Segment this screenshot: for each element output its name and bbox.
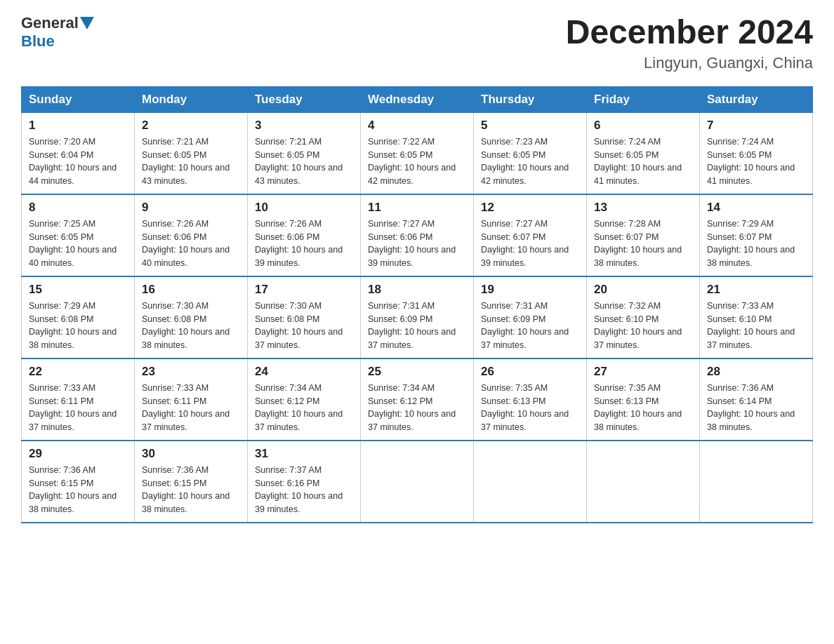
day-number: 19 — [481, 283, 579, 297]
logo-general: General — [21, 14, 79, 32]
day-number: 23 — [142, 365, 240, 379]
day-info: Sunrise: 7:27 AMSunset: 6:06 PMDaylight:… — [368, 217, 466, 270]
header-thursday: Thursday — [474, 86, 587, 112]
day-info: Sunrise: 7:36 AMSunset: 6:14 PMDaylight:… — [707, 382, 805, 434]
calendar-cell: 9Sunrise: 7:26 AMSunset: 6:06 PMDaylight… — [135, 194, 248, 276]
day-info: Sunrise: 7:26 AMSunset: 6:06 PMDaylight:… — [255, 217, 353, 270]
day-info: Sunrise: 7:29 AMSunset: 6:08 PMDaylight:… — [29, 300, 127, 352]
day-number: 20 — [594, 283, 692, 297]
calendar-cell: 2Sunrise: 7:21 AMSunset: 6:05 PMDaylight… — [135, 112, 248, 194]
day-info: Sunrise: 7:36 AMSunset: 6:15 PMDaylight:… — [142, 464, 240, 516]
calendar-cell: 3Sunrise: 7:21 AMSunset: 6:05 PMDaylight… — [248, 112, 361, 194]
month-title: December 2024 — [566, 14, 813, 51]
day-info: Sunrise: 7:21 AMSunset: 6:05 PMDaylight:… — [142, 135, 240, 188]
day-number: 1 — [29, 119, 127, 133]
week-row-5: 29Sunrise: 7:36 AMSunset: 6:15 PMDayligh… — [22, 441, 813, 523]
week-row-3: 15Sunrise: 7:29 AMSunset: 6:08 PMDayligh… — [22, 276, 813, 358]
day-info: Sunrise: 7:24 AMSunset: 6:05 PMDaylight:… — [594, 135, 692, 188]
day-info: Sunrise: 7:33 AMSunset: 6:10 PMDaylight:… — [707, 300, 805, 352]
week-row-2: 8Sunrise: 7:25 AMSunset: 6:05 PMDaylight… — [22, 194, 813, 276]
header-saturday: Saturday — [700, 86, 813, 112]
day-number: 2 — [142, 119, 240, 133]
day-number: 16 — [142, 283, 240, 297]
week-row-4: 22Sunrise: 7:33 AMSunset: 6:11 PMDayligh… — [22, 358, 813, 441]
calendar-cell: 22Sunrise: 7:33 AMSunset: 6:11 PMDayligh… — [22, 358, 135, 441]
calendar-cell: 13Sunrise: 7:28 AMSunset: 6:07 PMDayligh… — [587, 194, 700, 276]
calendar-cell — [587, 441, 700, 523]
day-number: 15 — [29, 283, 127, 297]
calendar-cell: 24Sunrise: 7:34 AMSunset: 6:12 PMDayligh… — [248, 358, 361, 441]
calendar-cell — [700, 441, 813, 523]
day-info: Sunrise: 7:29 AMSunset: 6:07 PMDaylight:… — [707, 217, 805, 270]
calendar-cell: 31Sunrise: 7:37 AMSunset: 6:16 PMDayligh… — [248, 441, 361, 523]
calendar-header-row: SundayMondayTuesdayWednesdayThursdayFrid… — [22, 86, 813, 112]
day-number: 3 — [255, 119, 353, 133]
calendar-cell: 23Sunrise: 7:33 AMSunset: 6:11 PMDayligh… — [135, 358, 248, 441]
calendar-cell: 14Sunrise: 7:29 AMSunset: 6:07 PMDayligh… — [700, 194, 813, 276]
calendar-cell: 8Sunrise: 7:25 AMSunset: 6:05 PMDaylight… — [22, 194, 135, 276]
day-number: 17 — [255, 283, 353, 297]
day-info: Sunrise: 7:37 AMSunset: 6:16 PMDaylight:… — [255, 464, 353, 516]
day-number: 18 — [368, 283, 466, 297]
day-info: Sunrise: 7:30 AMSunset: 6:08 PMDaylight:… — [142, 300, 240, 352]
day-info: Sunrise: 7:34 AMSunset: 6:12 PMDaylight:… — [368, 382, 466, 434]
calendar-cell: 19Sunrise: 7:31 AMSunset: 6:09 PMDayligh… — [474, 276, 587, 358]
day-number: 6 — [594, 119, 692, 133]
day-info: Sunrise: 7:33 AMSunset: 6:11 PMDaylight:… — [29, 382, 127, 434]
calendar-cell — [361, 441, 474, 523]
day-info: Sunrise: 7:31 AMSunset: 6:09 PMDaylight:… — [368, 300, 466, 352]
page-header: General Blue December 2024 Lingyun, Guan… — [21, 14, 813, 72]
day-number: 11 — [368, 201, 466, 215]
calendar-cell: 27Sunrise: 7:35 AMSunset: 6:13 PMDayligh… — [587, 358, 700, 441]
title-section: December 2024 Lingyun, Guangxi, China — [566, 14, 813, 72]
header-monday: Monday — [135, 86, 248, 112]
day-info: Sunrise: 7:35 AMSunset: 6:13 PMDaylight:… — [594, 382, 692, 434]
day-number: 14 — [707, 201, 805, 215]
day-info: Sunrise: 7:21 AMSunset: 6:05 PMDaylight:… — [255, 135, 353, 188]
day-info: Sunrise: 7:34 AMSunset: 6:12 PMDaylight:… — [255, 382, 353, 434]
day-info: Sunrise: 7:33 AMSunset: 6:11 PMDaylight:… — [142, 382, 240, 434]
calendar-cell: 1Sunrise: 7:20 AMSunset: 6:04 PMDaylight… — [22, 112, 135, 194]
day-info: Sunrise: 7:32 AMSunset: 6:10 PMDaylight:… — [594, 300, 692, 352]
day-number: 25 — [368, 365, 466, 379]
calendar-cell — [474, 441, 587, 523]
day-number: 12 — [481, 201, 579, 215]
day-number: 8 — [29, 201, 127, 215]
header-wednesday: Wednesday — [361, 86, 474, 112]
day-info: Sunrise: 7:24 AMSunset: 6:05 PMDaylight:… — [707, 135, 805, 188]
calendar-cell: 15Sunrise: 7:29 AMSunset: 6:08 PMDayligh… — [22, 276, 135, 358]
calendar-cell: 10Sunrise: 7:26 AMSunset: 6:06 PMDayligh… — [248, 194, 361, 276]
day-info: Sunrise: 7:27 AMSunset: 6:07 PMDaylight:… — [481, 217, 579, 270]
location-title: Lingyun, Guangxi, China — [566, 54, 813, 72]
day-info: Sunrise: 7:28 AMSunset: 6:07 PMDaylight:… — [594, 217, 692, 270]
day-number: 7 — [707, 119, 805, 133]
calendar-cell: 26Sunrise: 7:35 AMSunset: 6:13 PMDayligh… — [474, 358, 587, 441]
day-number: 26 — [481, 365, 579, 379]
header-sunday: Sunday — [22, 86, 135, 112]
day-number: 13 — [594, 201, 692, 215]
calendar-cell: 12Sunrise: 7:27 AMSunset: 6:07 PMDayligh… — [474, 194, 587, 276]
day-info: Sunrise: 7:26 AMSunset: 6:06 PMDaylight:… — [142, 217, 240, 270]
day-info: Sunrise: 7:23 AMSunset: 6:05 PMDaylight:… — [481, 135, 579, 188]
header-tuesday: Tuesday — [248, 86, 361, 112]
day-number: 29 — [29, 447, 127, 461]
calendar-cell: 28Sunrise: 7:36 AMSunset: 6:14 PMDayligh… — [700, 358, 813, 441]
calendar-cell: 18Sunrise: 7:31 AMSunset: 6:09 PMDayligh… — [361, 276, 474, 358]
calendar-cell: 20Sunrise: 7:32 AMSunset: 6:10 PMDayligh… — [587, 276, 700, 358]
day-number: 22 — [29, 365, 127, 379]
week-row-1: 1Sunrise: 7:20 AMSunset: 6:04 PMDaylight… — [22, 112, 813, 194]
calendar-table: SundayMondayTuesdayWednesdayThursdayFrid… — [21, 86, 813, 523]
day-number: 27 — [594, 365, 692, 379]
day-number: 4 — [368, 119, 466, 133]
svg-marker-0 — [80, 17, 94, 29]
day-info: Sunrise: 7:25 AMSunset: 6:05 PMDaylight:… — [29, 217, 127, 270]
calendar-cell: 21Sunrise: 7:33 AMSunset: 6:10 PMDayligh… — [700, 276, 813, 358]
day-number: 24 — [255, 365, 353, 379]
calendar-cell: 11Sunrise: 7:27 AMSunset: 6:06 PMDayligh… — [361, 194, 474, 276]
day-info: Sunrise: 7:30 AMSunset: 6:08 PMDaylight:… — [255, 300, 353, 352]
calendar-cell: 30Sunrise: 7:36 AMSunset: 6:15 PMDayligh… — [135, 441, 248, 523]
header-friday: Friday — [587, 86, 700, 112]
day-number: 9 — [142, 201, 240, 215]
day-number: 28 — [707, 365, 805, 379]
day-info: Sunrise: 7:20 AMSunset: 6:04 PMDaylight:… — [29, 135, 127, 188]
